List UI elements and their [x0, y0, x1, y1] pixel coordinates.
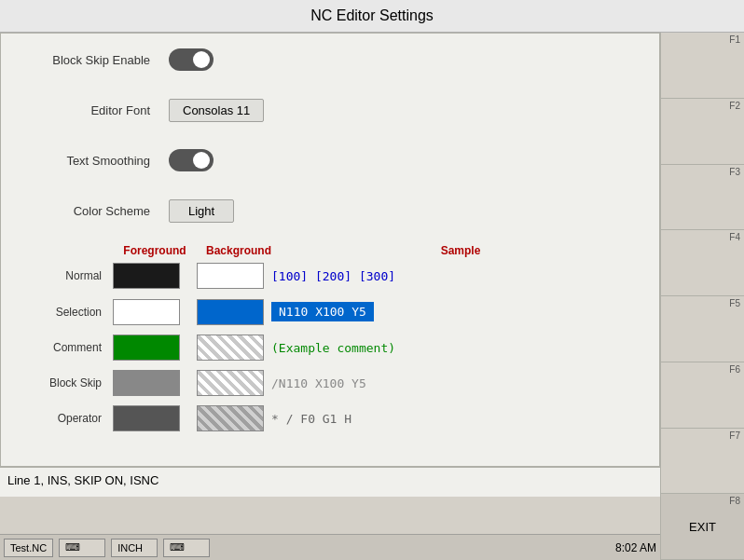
comment-label: Comment — [20, 341, 113, 354]
operator-fg-swatch[interactable] — [113, 405, 180, 431]
comment-sample: (Example comment) — [264, 337, 641, 359]
f5-label: F5 — [729, 298, 740, 308]
fn-key-f8-exit[interactable]: EXIT F8 — [661, 494, 744, 560]
color-scheme-row: Color Scheme Light — [20, 194, 641, 227]
f3-label: F3 — [729, 167, 740, 177]
title-bar: NC Editor Settings — [0, 0, 744, 33]
editor-font-row: Editor Font Consolas 11 — [20, 93, 641, 127]
bottom-spacer — [0, 497, 660, 534]
bg-header: Background — [197, 244, 281, 257]
page-title: NC Editor Settings — [310, 7, 434, 23]
f8-label: F8 — [729, 496, 740, 506]
fn-key-f5[interactable]: F5 — [661, 296, 744, 362]
fn-key-f4[interactable]: F4 — [661, 230, 744, 296]
toggle-knob — [193, 51, 210, 68]
sample-header: Sample — [281, 244, 641, 257]
taskbar: Test.NC ⌨ INCH ⌨ 8:02 AM — [0, 534, 660, 560]
status-text: Line 1, INS, SKIP ON, ISNC — [7, 473, 158, 487]
blockskip-sample: /N110 X100 Y5 — [264, 373, 641, 394]
right-sidebar: F1 F2 F3 F4 F5 F6 F7 EXIT F8 — [660, 33, 744, 560]
selection-fg-swatch[interactable] — [113, 299, 180, 325]
taskbar-unit: INCH — [111, 539, 158, 557]
color-row-selection: Selection N110 X100 Y5 — [20, 298, 641, 325]
f6-label: F6 — [729, 364, 740, 375]
color-table: Foreground Background Sample Normal [100… — [20, 244, 641, 431]
fn-key-f6[interactable]: F6 — [661, 362, 744, 429]
operator-label: Operator — [20, 412, 113, 425]
keyboard-icon-2: ⌨ — [170, 541, 185, 553]
taskbar-filename: Test.NC — [4, 539, 53, 557]
content-area: Block Skip Enable Editor Font Consolas 1… — [0, 33, 660, 560]
editor-font-label: Editor Font — [20, 103, 169, 117]
block-skip-toggle[interactable] — [169, 48, 214, 71]
color-row-blockskip: Block Skip /N110 X100 Y5 — [20, 370, 641, 396]
taskbar-time: 8:02 AM — [615, 541, 656, 554]
blockskip-label: Block Skip — [20, 376, 113, 389]
selection-sample: N110 X100 Y5 — [264, 298, 641, 325]
fn-key-f2[interactable]: F2 — [661, 99, 744, 165]
normal-fg-swatch[interactable] — [113, 263, 180, 289]
operator-bg-swatch[interactable] — [197, 405, 264, 431]
color-scheme-label: Color Scheme — [20, 204, 169, 218]
operator-sample: * / F0 G1 H — [264, 408, 641, 430]
selection-bg-swatch[interactable] — [197, 299, 264, 325]
editor-font-button[interactable]: Consolas 11 — [169, 99, 264, 122]
f7-label: F7 — [729, 430, 740, 441]
comment-fg-swatch[interactable] — [113, 335, 180, 361]
color-scheme-button[interactable]: Light — [169, 199, 234, 223]
normal-sample: [100] [200] [300] — [264, 266, 641, 287]
f4-label: F4 — [729, 232, 740, 242]
normal-bg-swatch[interactable] — [197, 263, 264, 289]
status-bar: Line 1, INS, SKIP ON, ISNC — [0, 467, 660, 497]
exit-label: EXIT — [689, 520, 716, 534]
block-skip-row: Block Skip Enable — [20, 43, 641, 76]
f2-label: F2 — [729, 101, 740, 111]
comment-bg-swatch[interactable] — [197, 335, 264, 361]
fg-header: Foreground — [113, 244, 197, 257]
toggle-knob-2 — [193, 152, 210, 169]
block-skip-label: Block Skip Enable — [20, 53, 169, 67]
fn-key-f3[interactable]: F3 — [661, 165, 744, 231]
keyboard-icon-1: ⌨ — [65, 541, 80, 553]
main-layout: Block Skip Enable Editor Font Consolas 1… — [0, 33, 744, 560]
color-table-header: Foreground Background Sample — [20, 244, 641, 257]
color-row-comment: Comment (Example comment) — [20, 335, 641, 361]
fn-key-f1[interactable]: F1 — [661, 33, 744, 99]
blockskip-fg-swatch[interactable] — [113, 370, 180, 396]
taskbar-keyboard1: ⌨ — [59, 539, 105, 557]
color-row-normal: Normal [100] [200] [300] — [20, 263, 641, 289]
taskbar-keyboard2: ⌨ — [163, 539, 210, 557]
settings-panel[interactable]: Block Skip Enable Editor Font Consolas 1… — [0, 33, 660, 467]
color-row-operator: Operator * / F0 G1 H — [20, 405, 641, 431]
selection-label: Selection — [20, 306, 113, 319]
normal-label: Normal — [20, 269, 113, 282]
text-smoothing-row: Text Smoothing — [20, 143, 641, 177]
fn-key-f7[interactable]: F7 — [661, 429, 744, 495]
blockskip-bg-swatch[interactable] — [197, 370, 264, 396]
text-smoothing-label: Text Smoothing — [20, 154, 169, 168]
f1-label: F1 — [729, 34, 740, 45]
text-smoothing-toggle[interactable] — [169, 149, 214, 171]
